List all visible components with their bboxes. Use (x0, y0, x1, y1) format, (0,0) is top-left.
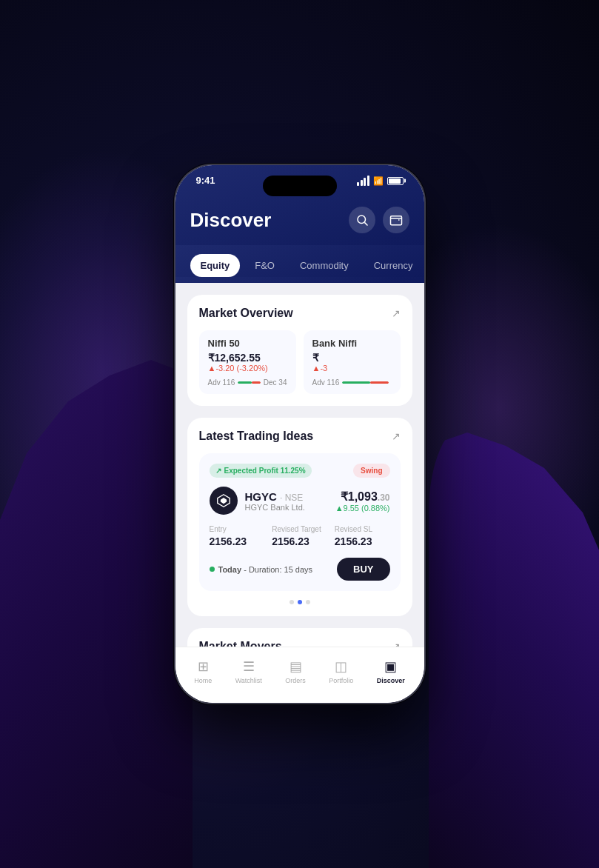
nav-watchlist[interactable]: ☰ Watchlist (228, 655, 270, 687)
nav-discover[interactable]: ▣ Discover (369, 655, 412, 687)
trading-ideas-card: Latest Trading Ideas ↗ ↗ Expected Profit… (187, 418, 412, 616)
target-value: 2156.23 (272, 535, 327, 547)
stock-change: ▲9.55 (0.88%) (335, 504, 390, 513)
market-overview-title: Market Overview (199, 307, 293, 320)
buy-button[interactable]: BUY (337, 558, 389, 581)
wifi-icon: 📶 (373, 176, 384, 186)
watchlist-icon: ☰ (243, 658, 255, 675)
portfolio-icon: ◫ (335, 658, 347, 675)
tab-commodity[interactable]: Commodity (290, 254, 359, 277)
stock-ticker: HGYC · NSE (245, 490, 305, 503)
svg-line-1 (364, 222, 367, 225)
tabs-row: Equity F&O Commodity Currency (175, 245, 424, 277)
scroll-content[interactable]: Market Overview ↗ Niffi 50 ₹12,652.55 ▲-… (175, 283, 424, 691)
tabs-bottom-bar (175, 277, 424, 283)
swing-badge: Swing (353, 464, 389, 478)
bankniffi-price: ₹ (312, 352, 392, 364)
idea-metrics: Entry 2156.23 Revised Target 2156.23 Rev… (210, 525, 390, 547)
sl-value: 2156.23 (335, 535, 390, 547)
trading-ideas-expand-icon[interactable]: ↗ (392, 430, 401, 442)
nav-home[interactable]: ⊞ Home (187, 655, 219, 687)
metric-target: Revised Target 2156.23 (272, 525, 327, 547)
page-title: Discover (190, 209, 272, 232)
screen: 9:41 📶 Discover (175, 165, 424, 703)
niffi50-change: ▲-3.20 (-3.20%) (208, 364, 287, 373)
stock-full-name: HGYC Bank Ltd. (245, 503, 305, 512)
niffi50-adv: Adv 116 (208, 378, 235, 387)
market-overview-card: Market Overview ↗ Niffi 50 ₹12,652.55 ▲-… (187, 295, 412, 406)
duration-label: Today - Duration: 15 days (210, 565, 313, 574)
target-label: Revised Target (272, 525, 327, 533)
stock-info: HGYC · NSE HGYC Bank Ltd. (245, 490, 305, 512)
entry-label: Entry (210, 525, 265, 533)
market-overview-header: Market Overview ↗ (199, 307, 401, 320)
search-icon (355, 213, 369, 227)
niffi50-progress (238, 381, 261, 384)
signal-icon (357, 176, 369, 186)
today-text: Today - Duration: 15 days (218, 565, 313, 574)
stock-logo (210, 487, 238, 515)
nav-discover-label: Discover (377, 677, 405, 684)
stock-price: ₹1,093.30 (335, 490, 390, 504)
niffi50-price: ₹12,652.55 (208, 352, 287, 364)
battery-icon (387, 177, 404, 185)
profit-arrow-icon: ↗ (215, 467, 221, 475)
trading-ideas-title: Latest Trading Ideas (199, 430, 314, 443)
dynamic-island (263, 176, 337, 196)
wallet-button[interactable] (383, 207, 409, 233)
idea-footer: Today - Duration: 15 days BUY (210, 558, 390, 581)
trading-idea-item: ↗ Expected Profit 11.25% Swing (199, 453, 401, 591)
bankniffi-change: ▲-3 (312, 364, 392, 373)
status-time: 9:41 (196, 176, 215, 185)
tab-equity[interactable]: Equity (190, 254, 241, 277)
svg-point-0 (358, 216, 366, 224)
sl-label: Revised SL (335, 525, 390, 533)
hgyc-logo-icon (215, 493, 232, 509)
orders-icon: ▤ (290, 658, 302, 675)
market-overview-expand-icon[interactable]: ↗ (392, 307, 401, 319)
dot-1 (290, 600, 294, 604)
nav-orders[interactable]: ▤ Orders (278, 655, 313, 687)
nav-watchlist-label: Watchlist (235, 677, 262, 684)
entry-value: 2156.23 (210, 535, 265, 547)
active-dot (210, 567, 215, 572)
bankniffi-adv: Adv 116 (312, 378, 340, 387)
nav-portfolio-label: Portfolio (329, 677, 353, 684)
nav-home-label: Home (194, 677, 212, 684)
header-row: Discover (190, 207, 409, 233)
carousel-dots (199, 600, 401, 604)
wallet-icon (389, 213, 403, 227)
home-icon: ⊞ (198, 658, 209, 675)
market-item-niffi50: Niffi 50 ₹12,652.55 ▲-3.20 (-3.20%) Adv … (199, 330, 296, 394)
status-icons: 📶 (357, 176, 404, 186)
bankniffi-progress (342, 381, 388, 384)
metric-sl: Revised SL 2156.23 (335, 525, 390, 547)
bankniffi-footer: Adv 116 (312, 378, 392, 387)
svg-rect-2 (390, 216, 401, 225)
bankniffi-name: Bank Niffi (312, 338, 392, 349)
idea-top-row: ↗ Expected Profit 11.25% Swing (210, 464, 390, 478)
tab-currency[interactable]: Currency (364, 254, 424, 277)
niffi50-footer: Adv 116 Dec 34 (208, 378, 287, 387)
profit-badge: ↗ Expected Profit 11.25% (210, 464, 312, 478)
idea-stock-row: HGYC · NSE HGYC Bank Ltd. ₹1,093.30 (210, 487, 390, 515)
phone-wrapper: 9:41 📶 Discover (174, 164, 426, 704)
nav-orders-label: Orders (285, 677, 306, 684)
market-item-bankniffi: Bank Niffi ₹ ▲-3 Adv 116 (304, 330, 401, 394)
search-button[interactable] (349, 207, 375, 233)
metric-entry: Entry 2156.23 (210, 525, 265, 547)
stock-left: HGYC · NSE HGYC Bank Ltd. (210, 487, 305, 515)
svg-marker-4 (220, 498, 226, 504)
dot-2 (298, 600, 302, 604)
niffi50-name: Niffi 50 (208, 338, 287, 349)
trading-ideas-header: Latest Trading Ideas ↗ (199, 430, 401, 443)
dot-3 (306, 600, 310, 604)
bottom-nav: ⊞ Home ☰ Watchlist ▤ Orders ◫ Portfolio … (175, 647, 424, 703)
tab-fno[interactable]: F&O (244, 254, 285, 277)
stock-right: ₹1,093.30 ▲9.55 (0.88%) (335, 490, 390, 513)
nav-portfolio[interactable]: ◫ Portfolio (321, 655, 361, 687)
discover-icon: ▣ (384, 658, 397, 675)
phone-frame: 9:41 📶 Discover (174, 164, 426, 704)
market-grid: Niffi 50 ₹12,652.55 ▲-3.20 (-3.20%) Adv … (199, 330, 401, 394)
header-actions (349, 207, 409, 233)
